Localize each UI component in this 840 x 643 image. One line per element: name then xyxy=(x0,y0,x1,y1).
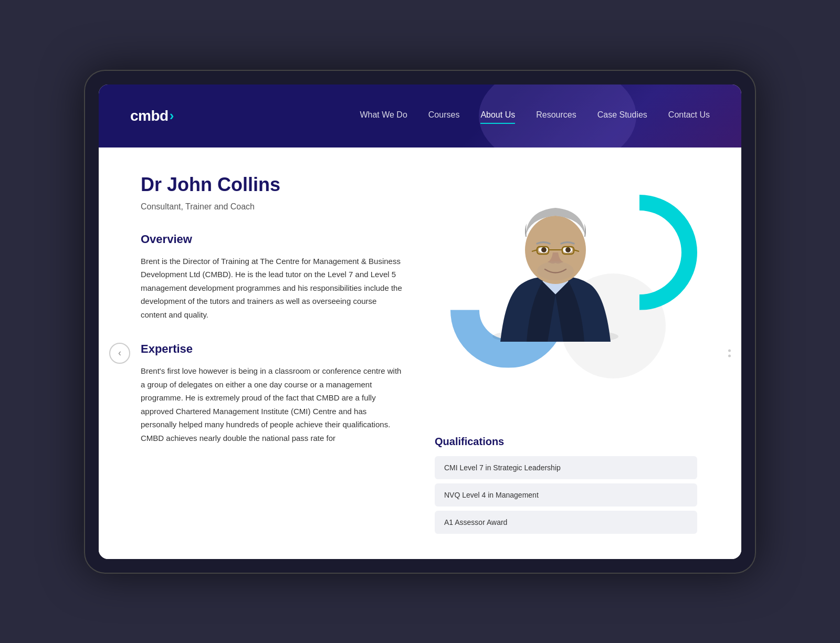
prev-arrow-icon: ‹ xyxy=(118,347,121,359)
nav-resources[interactable]: Resources xyxy=(536,110,576,122)
qual-item-2: NVQ Level 4 in Management xyxy=(435,483,697,507)
prev-button[interactable]: ‹ xyxy=(109,343,130,364)
nav-what-we-do[interactable]: What We Do xyxy=(360,110,407,122)
overview-section: Overview Brent is the Director of Traini… xyxy=(141,233,403,322)
nav-about-us[interactable]: About Us xyxy=(480,110,515,122)
nav-contact-us[interactable]: Contact Us xyxy=(668,110,710,122)
main-content: ‹ Dr John Collins Consultant, Trainer an… xyxy=(99,147,741,559)
person-name: Dr John Collins xyxy=(141,174,403,196)
header: cmbd › What We Do Courses About Us Resou… xyxy=(99,85,741,147)
qual-item-3: A1 Assessor Award xyxy=(435,511,697,534)
tablet-screen: cmbd › What We Do Courses About Us Resou… xyxy=(99,85,741,559)
nav-courses[interactable]: Courses xyxy=(428,110,460,122)
main-nav: What We Do Courses About Us Resources Ca… xyxy=(360,110,710,122)
profile-photo xyxy=(485,168,626,344)
person-title: Consultant, Trainer and Coach xyxy=(141,202,403,212)
qualifications-heading: Qualifications xyxy=(435,436,697,448)
logo-text: cmbd xyxy=(130,108,169,124)
svg-point-6 xyxy=(565,247,571,252)
expertise-section: Expertise Brent's first love however is … xyxy=(141,342,403,445)
profile-image-container xyxy=(456,163,676,384)
logo-arrow: › xyxy=(170,108,174,124)
overview-text: Brent is the Director of Training at The… xyxy=(141,255,403,322)
overview-heading: Overview xyxy=(141,233,403,246)
logo[interactable]: cmbd › xyxy=(130,108,174,124)
qualifications-box: Qualifications CMI Level 7 in Strategic … xyxy=(435,425,697,538)
expertise-heading: Expertise xyxy=(141,342,403,356)
expertise-text: Brent's first love however is being in a… xyxy=(141,364,403,445)
right-column: Qualifications CMI Level 7 in Strategic … xyxy=(435,174,697,538)
tablet-frame: cmbd › What We Do Courses About Us Resou… xyxy=(84,70,756,574)
svg-point-5 xyxy=(541,247,547,252)
content-area: Dr John Collins Consultant, Trainer and … xyxy=(99,147,741,559)
qual-item-1: CMI Level 7 in Strategic Leadership xyxy=(435,456,697,479)
svg-point-12 xyxy=(537,261,574,280)
nav-case-studies[interactable]: Case Studies xyxy=(597,110,647,122)
left-column: Dr John Collins Consultant, Trainer and … xyxy=(141,174,435,538)
